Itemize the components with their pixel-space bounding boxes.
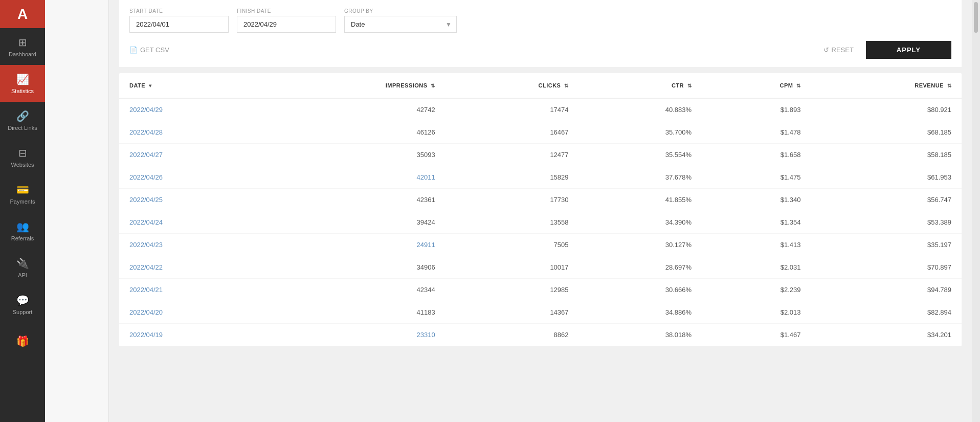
cell-ctr: 34.390% bbox=[579, 211, 702, 234]
cell-ctr: 37.678% bbox=[579, 166, 702, 189]
apply-label: APPLY bbox=[897, 46, 921, 54]
get-csv-button[interactable]: 📄 GET CSV bbox=[129, 43, 169, 57]
table-body: 2022/04/29 42742 17474 40.883% $1.893 $8… bbox=[119, 98, 962, 346]
table-row: 2022/04/24 39424 13558 34.390% $1.354 $5… bbox=[119, 211, 962, 234]
cell-ctr: 35.554% bbox=[579, 144, 702, 166]
sidebar-item-payments[interactable]: 💳 Payments bbox=[0, 175, 45, 212]
cell-clicks: 12985 bbox=[446, 279, 579, 301]
sidebar-item-statistics[interactable]: 📈 Statistics bbox=[0, 65, 45, 102]
sub-sidebar bbox=[45, 0, 109, 422]
sidebar-item-label: Statistics bbox=[11, 88, 34, 94]
cell-clicks: 16467 bbox=[446, 121, 579, 144]
start-date-input[interactable] bbox=[129, 16, 229, 33]
main-wrapper: START DATE FINISH DATE GROUP BY Date Wee… bbox=[45, 0, 980, 422]
cell-impressions: 42011 bbox=[261, 166, 446, 189]
cell-clicks: 17474 bbox=[446, 98, 579, 121]
dashboard-icon: ⊞ bbox=[18, 36, 27, 49]
action-row: 📄 GET CSV ↺ RESET APPLY bbox=[129, 41, 951, 59]
table-row: 2022/04/27 35093 12477 35.554% $1.658 $5… bbox=[119, 144, 962, 166]
sort-icon-date: ▾ bbox=[149, 83, 152, 88]
cell-date: 2022/04/21 bbox=[119, 279, 261, 301]
cell-cpm: $2.239 bbox=[702, 279, 811, 301]
app-logo: A bbox=[0, 0, 45, 28]
cell-revenue: $35.197 bbox=[811, 234, 962, 256]
cell-date: 2022/04/19 bbox=[119, 324, 261, 346]
sidebar-item-label: Websites bbox=[11, 162, 34, 168]
sidebar-item-dashboard[interactable]: ⊞ Dashboard bbox=[0, 28, 45, 65]
gift-icon: 🎁 bbox=[16, 335, 29, 347]
cell-ctr: 41.855% bbox=[579, 189, 702, 211]
cell-clicks: 13558 bbox=[446, 211, 579, 234]
col-revenue[interactable]: REVENUE ⇅ bbox=[811, 73, 962, 98]
sidebar-item-label: Support bbox=[13, 309, 33, 315]
table-row: 2022/04/29 42742 17474 40.883% $1.893 $8… bbox=[119, 98, 962, 121]
cell-impressions: 34906 bbox=[261, 256, 446, 279]
col-clicks-label: CLICKS bbox=[539, 82, 561, 88]
reset-button[interactable]: ↺ RESET bbox=[817, 43, 860, 57]
api-icon: 🔌 bbox=[16, 257, 29, 270]
statistics-table-section: DATE ▾ IMPRESSIONS ⇅ CLICKS ⇅ CTR bbox=[119, 73, 962, 346]
table-row: 2022/04/19 23310 8862 38.018% $1.467 $34… bbox=[119, 324, 962, 346]
cell-date: 2022/04/23 bbox=[119, 234, 261, 256]
group-by-select[interactable]: Date Week Month bbox=[344, 16, 457, 33]
col-clicks[interactable]: CLICKS ⇅ bbox=[446, 73, 579, 98]
action-right: ↺ RESET APPLY bbox=[817, 41, 952, 59]
table-row: 2022/04/23 24911 7505 30.127% $1.413 $35… bbox=[119, 234, 962, 256]
col-ctr[interactable]: CTR ⇅ bbox=[579, 73, 702, 98]
cell-date: 2022/04/26 bbox=[119, 166, 261, 189]
apply-button[interactable]: APPLY bbox=[866, 41, 951, 59]
cell-cpm: $2.013 bbox=[702, 301, 811, 324]
cell-impressions: 23310 bbox=[261, 324, 446, 346]
cell-revenue: $80.921 bbox=[811, 98, 962, 121]
cell-ctr: 35.700% bbox=[579, 121, 702, 144]
websites-icon: ⊟ bbox=[18, 147, 27, 159]
sidebar-item-websites[interactable]: ⊟ Websites bbox=[0, 139, 45, 175]
sort-icon-revenue: ⇅ bbox=[947, 83, 952, 88]
sort-icon-ctr: ⇅ bbox=[687, 83, 692, 88]
cell-clicks: 7505 bbox=[446, 234, 579, 256]
sidebar-item-label: API bbox=[18, 272, 27, 278]
sidebar-item-label: Referrals bbox=[11, 235, 34, 241]
finish-date-group: FINISH DATE bbox=[237, 8, 336, 33]
cell-revenue: $68.185 bbox=[811, 121, 962, 144]
col-cpm[interactable]: CPM ⇅ bbox=[702, 73, 811, 98]
start-date-label: START DATE bbox=[129, 8, 229, 14]
cell-cpm: $1.413 bbox=[702, 234, 811, 256]
col-date[interactable]: DATE ▾ bbox=[119, 73, 261, 98]
table-row: 2022/04/26 42011 15829 37.678% $1.475 $6… bbox=[119, 166, 962, 189]
cell-revenue: $56.747 bbox=[811, 189, 962, 211]
cell-ctr: 30.127% bbox=[579, 234, 702, 256]
col-impressions[interactable]: IMPRESSIONS ⇅ bbox=[261, 73, 446, 98]
sidebar-item-label: Direct Links bbox=[8, 125, 37, 131]
cell-cpm: $1.658 bbox=[702, 144, 811, 166]
start-date-group: START DATE bbox=[129, 8, 229, 33]
sidebar-item-support[interactable]: 💬 Support bbox=[0, 286, 45, 323]
finish-date-input[interactable] bbox=[237, 16, 336, 33]
cell-impressions: 24911 bbox=[261, 234, 446, 256]
table-header: DATE ▾ IMPRESSIONS ⇅ CLICKS ⇅ CTR bbox=[119, 73, 962, 98]
right-scrollbar[interactable] bbox=[972, 0, 980, 422]
cell-impressions: 41183 bbox=[261, 301, 446, 324]
sidebar-item-referrals[interactable]: 👥 Referrals bbox=[0, 212, 45, 249]
sidebar-item-gift[interactable]: 🎁 bbox=[0, 323, 45, 360]
cell-clicks: 14367 bbox=[446, 301, 579, 324]
group-by-label: GROUP BY bbox=[344, 8, 457, 14]
sort-icon-clicks: ⇅ bbox=[564, 83, 569, 88]
filter-section: START DATE FINISH DATE GROUP BY Date Wee… bbox=[119, 0, 962, 67]
cell-revenue: $34.201 bbox=[811, 324, 962, 346]
cell-date: 2022/04/24 bbox=[119, 211, 261, 234]
table-row: 2022/04/25 42361 17730 41.855% $1.340 $5… bbox=[119, 189, 962, 211]
cell-ctr: 38.018% bbox=[579, 324, 702, 346]
cell-revenue: $70.897 bbox=[811, 256, 962, 279]
cell-impressions: 46126 bbox=[261, 121, 446, 144]
cell-impressions: 35093 bbox=[261, 144, 446, 166]
sidebar-item-direct-links[interactable]: 🔗 Direct Links bbox=[0, 102, 45, 139]
cell-clicks: 10017 bbox=[446, 256, 579, 279]
table-row: 2022/04/28 46126 16467 35.700% $1.478 $6… bbox=[119, 121, 962, 144]
statistics-table: DATE ▾ IMPRESSIONS ⇅ CLICKS ⇅ CTR bbox=[119, 73, 962, 346]
cell-cpm: $1.475 bbox=[702, 166, 811, 189]
sidebar-item-api[interactable]: 🔌 API bbox=[0, 249, 45, 286]
cell-date: 2022/04/28 bbox=[119, 121, 261, 144]
col-ctr-label: CTR bbox=[672, 82, 684, 88]
cell-ctr: 34.886% bbox=[579, 301, 702, 324]
